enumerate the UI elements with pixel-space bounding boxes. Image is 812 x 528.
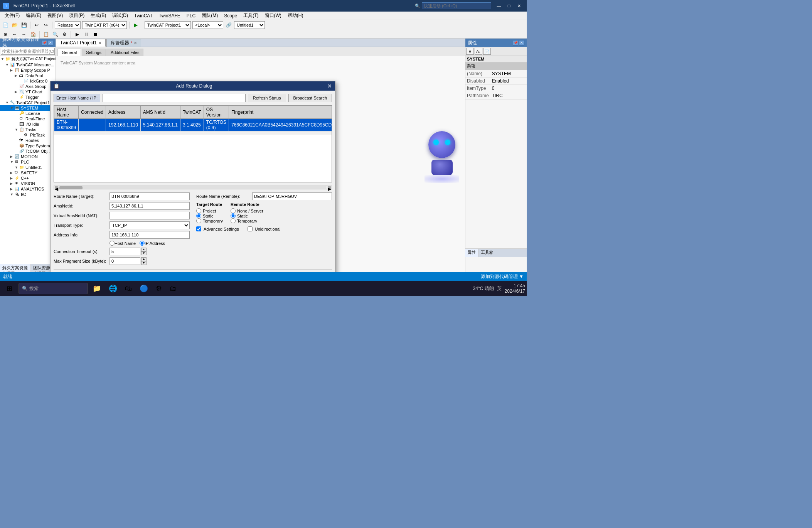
tree-item-trigger[interactable]: ▶ ⚡ Trigger <box>0 94 56 100</box>
tab-libmanager-close[interactable]: ✕ <box>134 41 137 45</box>
tree-item-idxgrp1[interactable]: ▶ 📄 IdxGrp: 0 <box>0 78 56 84</box>
taskbar-app3[interactable]: 🗂 <box>167 282 180 295</box>
local-select[interactable]: <Local> <box>192 21 223 29</box>
tb2-btn10[interactable]: ⏹ <box>92 30 99 38</box>
menu-twincat[interactable]: TwinCAT <box>131 12 156 19</box>
timeout-up-btn[interactable]: ▲ <box>141 248 147 251</box>
config-select[interactable]: Release <box>55 21 81 29</box>
untitled-select[interactable]: Untitled1 <box>234 21 265 29</box>
menu-debug[interactable]: 调试(D) <box>109 12 131 20</box>
tree-item-emptyscope[interactable]: ▶ 📋 Empty Scope P <box>0 67 56 73</box>
menu-file[interactable]: 文件(F) <box>2 12 23 20</box>
connection-timeout-input[interactable] <box>110 248 140 255</box>
tree-item-tasks[interactable]: ▼ 📋 Tasks <box>0 127 56 132</box>
tree-item-vision[interactable]: ▶ 👁 VISION <box>0 181 56 186</box>
menu-project[interactable]: 项目(P) <box>66 12 88 20</box>
menu-help[interactable]: 帮助(H) <box>285 12 307 20</box>
prop-close-btn[interactable]: ✕ <box>519 40 524 46</box>
taskbar-app1[interactable]: 🔵 <box>136 282 151 295</box>
open-btn[interactable]: 📂 <box>11 21 19 29</box>
tab-libmanager[interactable]: 库管理器 * ✕ <box>106 39 141 47</box>
prop-name-value[interactable]: SYSTEM <box>490 70 527 78</box>
tb2-btn8[interactable]: ▶ <box>73 30 81 38</box>
tree-item-typesystem[interactable]: ▶ 📦 Type System <box>0 143 56 148</box>
tree-item-motion[interactable]: ▶ 🔄 MOTION <box>0 154 56 159</box>
status-right[interactable]: 添加到源代码管理 ▼ <box>481 273 524 280</box>
tree-item-plctask[interactable]: ▶ ⚙ PlcTask <box>0 132 56 138</box>
tree-item-analytics[interactable]: ▶ 📊 ANALYTICS <box>0 186 56 192</box>
prop-pin-btn[interactable]: 📌 <box>513 40 518 46</box>
route-name-target-input[interactable] <box>110 192 190 200</box>
tree-item-tcproject[interactable]: ▼ 🔧 TwinCAT Project1 <box>0 100 56 105</box>
menu-team[interactable]: 团队(M) <box>199 12 221 20</box>
scroll-left-arrow[interactable]: ◀ <box>55 186 58 189</box>
maximize-button[interactable]: □ <box>504 2 514 10</box>
radio-hostname[interactable] <box>110 241 115 246</box>
close-button[interactable]: ✕ <box>514 2 524 10</box>
dialog-close-btn[interactable]: ✕ <box>327 83 332 89</box>
broadcast-search-btn[interactable]: Broadcast Search <box>288 94 332 102</box>
menu-build[interactable]: 生成(B) <box>88 12 109 20</box>
new-btn[interactable]: 📄 <box>2 21 9 29</box>
tree-item-cpp[interactable]: ▶ ⚡ C++ <box>0 175 56 181</box>
run-btn[interactable]: ▶ <box>132 21 140 29</box>
scroll-right-arrow[interactable]: ▶ <box>328 186 331 189</box>
remote-static-radio[interactable] <box>231 213 236 218</box>
tree-item-system[interactable]: ▼ 💻 SYSTEM <box>0 105 56 111</box>
h-scrollbar[interactable]: ◀ ▶ <box>54 186 332 190</box>
menu-window[interactable]: 窗口(W) <box>262 12 285 20</box>
transport-select[interactable]: TCP_IP UDP_IP <box>110 221 190 229</box>
tree-item-measurement[interactable]: ▼ 📊 TwinCAT Measure... <box>0 62 56 67</box>
prop-itemtype-value[interactable]: 0 <box>490 85 527 92</box>
target-project-radio[interactable] <box>196 208 201 213</box>
content-tab-general[interactable]: General <box>57 49 81 56</box>
menu-plc[interactable]: PLC <box>184 12 199 19</box>
max-fragment-input[interactable] <box>110 257 140 265</box>
quick-launch-input[interactable] <box>422 2 491 9</box>
connect-btn[interactable]: 🔗 <box>225 21 232 29</box>
target-static-radio[interactable] <box>196 213 201 218</box>
panel-close-btn[interactable]: ✕ <box>48 40 53 46</box>
prop-pages-btn[interactable]: 📄 <box>483 48 491 55</box>
menu-tools[interactable]: 工具(T) <box>240 12 261 20</box>
taskbar-app2[interactable]: ⚙ <box>153 282 165 295</box>
platform-select[interactable]: TwinCAT RT (x64) <box>82 21 127 29</box>
fragment-down-btn[interactable]: ▼ <box>141 261 147 265</box>
menu-edit[interactable]: 编辑(E) <box>23 12 44 20</box>
start-button[interactable]: ⊞ <box>2 282 17 295</box>
minimize-button[interactable]: — <box>494 2 504 10</box>
tree-item-ioidle[interactable]: ▶ 🔲 I/O Idle <box>0 121 56 127</box>
taskbar-search[interactable]: 🔍 搜索 <box>19 283 88 294</box>
tree-item-license[interactable]: ▶ 🔑 License <box>0 111 56 116</box>
table-row[interactable]: BTN-000t68h9 192.168.1.110 5.140.127.86.… <box>54 119 332 132</box>
prop-bottom-tab-prop[interactable]: 属性 <box>465 249 478 257</box>
radio-ipaddress[interactable] <box>140 241 145 246</box>
target-temporary-radio[interactable] <box>196 218 201 223</box>
tree-item-untitled1[interactable]: ▼ 📁 Untitled1 <box>0 165 56 170</box>
content-tab-settings[interactable]: Settings <box>82 49 106 56</box>
tree-item-solution[interactable]: ▼ 📁 解决方案'TwinCAT Project1' (2 个项目) <box>0 56 56 62</box>
advanced-settings-checkbox[interactable] <box>196 226 201 231</box>
tree-item-plc[interactable]: ▼ 🖥 PLC <box>0 159 56 165</box>
redo-btn[interactable]: ↪ <box>42 21 50 29</box>
undo-btn[interactable]: ↩ <box>33 21 40 29</box>
remote-none-radio[interactable] <box>231 208 236 213</box>
tree-item-routes[interactable]: ▶ 🗺 Routes <box>0 138 56 143</box>
menu-twinsafe[interactable]: TwinSAFE <box>156 12 184 19</box>
route-name-remote-input[interactable] <box>252 192 332 200</box>
timeout-down-btn[interactable]: ▼ <box>141 251 147 255</box>
refresh-status-btn[interactable]: Refresh Status <box>248 94 286 102</box>
tree-item-datapool[interactable]: ▶ 🗃 DataPool <box>0 73 56 78</box>
bottom-tab-solution[interactable]: 解决方案资源管理器 <box>0 264 31 272</box>
content-tab-additionalfiles[interactable]: Additional Files <box>106 49 144 56</box>
address-info-input[interactable] <box>110 231 190 239</box>
tb2-btn6[interactable]: 🔍 <box>51 30 59 38</box>
tree-item-ytchart[interactable]: ▶ 📉 YT Chart <box>0 89 56 94</box>
project-select[interactable]: TwinCAT Project1 <box>145 21 191 29</box>
tree-item-tccom[interactable]: ▶ 🔗 TcCOM Obj... <box>0 148 56 154</box>
tree-item-realtime[interactable]: ▶ ⏱ Real-Time <box>0 116 56 121</box>
prop-categorized-btn[interactable]: ≡ <box>466 48 474 55</box>
menu-view[interactable]: 视图(V) <box>44 12 66 20</box>
unidirectional-checkbox[interactable] <box>248 226 253 231</box>
tb2-btn9[interactable]: ⏸ <box>83 30 90 38</box>
